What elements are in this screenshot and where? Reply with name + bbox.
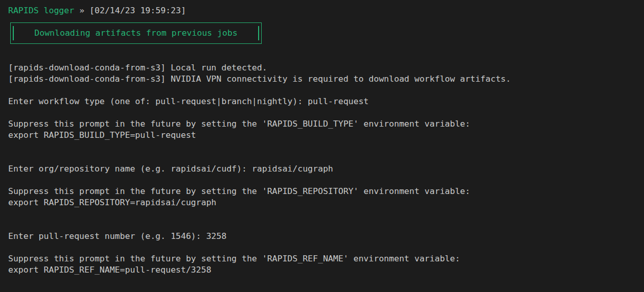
banner-text: Downloading artifacts from previous jobs — [34, 28, 237, 39]
prompt-workflow-type-line: Enter workflow type (one of: pull-reques… — [8, 96, 636, 107]
logger-timestamp: [02/14/23 19:59:23] — [89, 6, 186, 15]
banner-box: Downloading artifacts from previous jobs — [10, 22, 262, 44]
export-ref-name-line: export RAPIDS_REF_NAME=pull-request/3258 — [8, 264, 636, 276]
blank-line — [8, 152, 636, 163]
header-separator: » — [79, 6, 84, 15]
prompt-pr-number-line: Enter pull-request number (e.g. 1546): 3… — [8, 231, 636, 242]
suppress-ref-name-line: Suppress this prompt in the future by se… — [8, 253, 636, 264]
blank-line — [8, 220, 636, 231]
banner-right-edge-line — [258, 26, 259, 40]
log-local-run-line: [rapids-download-conda-from-s3] Local ru… — [8, 62, 636, 74]
blank-line — [8, 175, 636, 186]
banner-left-edge-line — [13, 26, 14, 40]
logger-header: RAPIDS logger»[02/14/23 19:59:23] — [8, 5, 636, 16]
suppress-build-type-line: Suppress this prompt in the future by se… — [8, 118, 636, 130]
export-build-type-line: export RAPIDS_BUILD_TYPE=pull-request — [8, 130, 636, 141]
suppress-repository-line: Suppress this prompt in the future by se… — [8, 186, 636, 197]
blank-line — [8, 85, 636, 96]
blank-line — [8, 141, 636, 152]
blank-line — [8, 208, 636, 220]
blank-line — [8, 242, 636, 253]
blank-line — [8, 107, 636, 118]
log-vpn-required-line: [rapids-download-conda-from-s3] NVIDIA V… — [8, 74, 636, 85]
logger-name: RAPIDS logger — [8, 6, 74, 15]
export-repository-line: export RAPIDS_REPOSITORY=rapidsai/cugrap… — [8, 197, 636, 208]
terminal-window[interactable]: RAPIDS logger»[02/14/23 19:59:23] Downlo… — [0, 0, 644, 292]
prompt-repository-line: Enter org/repository name (e.g. rapidsai… — [8, 163, 636, 175]
